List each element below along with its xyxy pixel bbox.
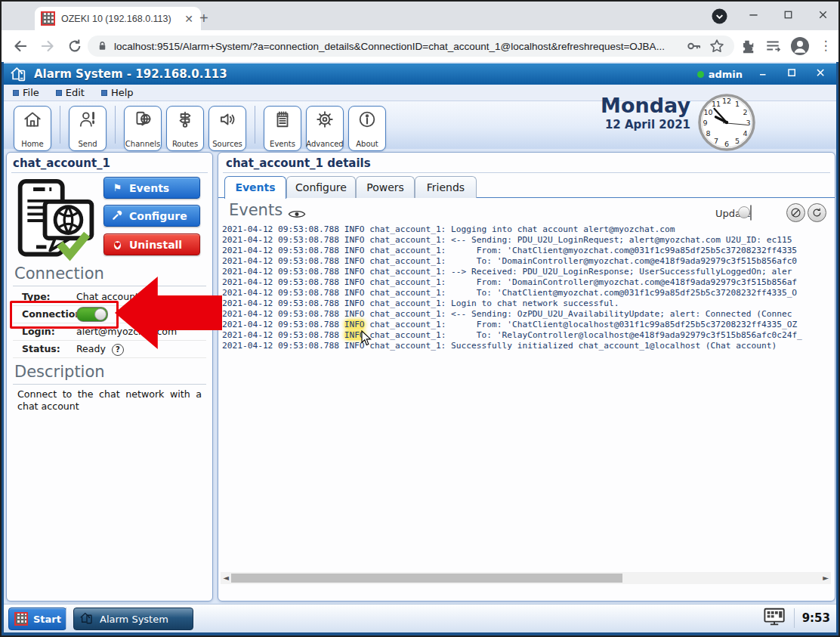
horizontal-scrollbar[interactable]: ◄ ►: [221, 572, 831, 584]
svg-text:6: 6: [724, 140, 729, 148]
browser-tab[interactable]: OZEKI 10 (192.168.0.113) ✕: [35, 7, 201, 30]
extensions-puzzle-icon[interactable]: [739, 38, 755, 54]
key-icon[interactable]: [686, 38, 703, 54]
date-label: 12 April 2021: [539, 118, 690, 131]
taskbar-item-alarm-system[interactable]: Alarm System: [73, 608, 193, 630]
toolbar-button-send[interactable]: Send: [69, 106, 107, 151]
toolbar-button-about[interactable]: About: [348, 106, 386, 151]
tab-configure[interactable]: Configure: [286, 176, 356, 198]
bookmark-star-icon[interactable]: [709, 38, 725, 54]
logged-in-user: admin: [709, 69, 743, 80]
tab-search-icon[interactable]: [710, 8, 728, 27]
app-close-button[interactable]: [812, 67, 829, 81]
uninstall-button[interactable]: ♥Uninstall: [103, 233, 200, 255]
tab-powers[interactable]: Powers: [356, 176, 415, 198]
svg-text:8: 8: [706, 129, 710, 138]
home-icon: [23, 110, 42, 129]
log-line: 2021-04-12 09:53:08.788 INFO chat_accoun…: [222, 277, 831, 288]
button-label: Configure: [129, 210, 187, 222]
ozeki-favicon-icon: [41, 11, 55, 26]
connection-sidebar-panel: chat_account_1 ⚑EventsConfigure♥Uninstal…: [6, 152, 213, 601]
wrench-icon: [112, 209, 123, 223]
events-icon: [273, 110, 292, 129]
toolbar-separator: [255, 106, 255, 144]
menu-item-edit[interactable]: Edit: [56, 87, 85, 98]
toolbar-button-label: Sources: [212, 140, 242, 148]
start-button[interactable]: Start: [8, 608, 66, 630]
forward-icon[interactable]: [39, 38, 56, 54]
alarm-system-task-icon: [79, 611, 94, 627]
configure-button[interactable]: Configure: [103, 205, 200, 227]
events-button[interactable]: ⚑Events: [103, 177, 200, 199]
menu-item-file[interactable]: File: [13, 87, 39, 98]
reading-list-icon[interactable]: [764, 38, 781, 54]
mouse-cursor: [361, 330, 372, 346]
window-border-left: [2, 62, 4, 635]
row-value: Ready?: [76, 343, 124, 356]
app-title-bar: Alarm System - 192.168.0.113 admin: [4, 63, 836, 85]
scroll-left-icon[interactable]: ◄: [221, 572, 231, 584]
log-line: 2021-04-12 09:53:08.788 INFO chat_accoun…: [222, 267, 831, 277]
advanced-icon: [315, 110, 335, 129]
back-icon[interactable]: [12, 38, 29, 54]
annotation-red-rectangle: [10, 301, 119, 329]
description-heading: Description: [14, 363, 105, 381]
scroll-right-icon[interactable]: ►: [820, 572, 831, 584]
svg-text:10: 10: [703, 108, 712, 116]
toolbar-button-advanced[interactable]: Advanced: [306, 106, 344, 151]
toolbar-button-label: Events: [270, 140, 295, 148]
sidebar-title: chat_account_1: [13, 156, 110, 170]
svg-text:9: 9: [703, 119, 707, 127]
browser-minimize-button[interactable]: [742, 8, 764, 24]
eye-icon[interactable]: [288, 208, 306, 218]
toolbar-button-home[interactable]: Home: [14, 106, 51, 151]
sources-icon: [218, 110, 237, 129]
menu-item-help[interactable]: Help: [101, 87, 134, 98]
row-label: Status:: [22, 343, 60, 354]
tab-title: OZEKI 10 (192.168.0.113): [61, 14, 177, 24]
url-text: localhost:9515/Alarm+System/?a=connectio…: [114, 41, 680, 52]
broken-heart-icon: ♥: [112, 239, 123, 251]
browser-close-button[interactable]: [811, 8, 834, 24]
browser-maximize-button[interactable]: [777, 8, 799, 24]
screen: OZEKI 10 (192.168.0.113) ✕ + localhost:9…: [0, 0, 840, 637]
alarm-system-logo-icon: [10, 66, 28, 82]
svg-text:5: 5: [735, 137, 740, 145]
event-log: 2021-04-12 09:53:08.788 INFO chat_accoun…: [222, 224, 831, 572]
toolbar-separator: [60, 106, 60, 144]
browser-menu-dots-icon[interactable]: ⋮: [817, 38, 834, 54]
new-tab-button[interactable]: +: [199, 9, 208, 27]
app-minimize-button[interactable]: [755, 67, 771, 81]
details-title: chat_account_1 details: [226, 156, 371, 170]
scrollbar-thumb[interactable]: [231, 574, 622, 583]
tab-events[interactable]: Events: [224, 176, 286, 199]
toolbar-button-sources[interactable]: Sources: [208, 106, 246, 151]
help-icon[interactable]: ?: [112, 344, 124, 356]
start-label: Start: [33, 614, 61, 625]
tab-friends[interactable]: Friends: [415, 176, 477, 198]
desktop-monitor-icon[interactable]: [764, 608, 786, 629]
update-toggle[interactable]: [750, 206, 752, 220]
details-panel: chat_account_1 details EventsConfigurePo…: [218, 152, 835, 601]
svg-text:11: 11: [712, 100, 721, 108]
profile-avatar[interactable]: [790, 36, 810, 56]
toolbar-button-label: About: [356, 140, 378, 148]
svg-text:1: 1: [735, 100, 740, 108]
reload-icon[interactable]: [66, 38, 83, 54]
connection-heading: Connection: [14, 264, 104, 283]
clear-log-button[interactable]: [786, 203, 805, 222]
window-border-right: [836, 62, 838, 635]
lock-icon[interactable]: [97, 40, 108, 52]
refresh-button[interactable]: [808, 203, 826, 222]
user-indicator: admin: [697, 69, 743, 80]
tab-close-icon[interactable]: ✕: [183, 13, 195, 25]
menu-item-label: Help: [111, 87, 134, 98]
toolbar-button-events[interactable]: Events: [264, 106, 301, 151]
svg-text:4: 4: [743, 129, 747, 138]
toolbar-button-routes[interactable]: Routes: [166, 106, 204, 151]
svg-text:3: 3: [746, 119, 750, 127]
address-bar[interactable]: localhost:9515/Alarm+System/?a=connectio…: [88, 36, 734, 57]
taskbar-separator: [66, 608, 66, 629]
toolbar-button-channels[interactable]: Channels: [124, 106, 162, 151]
app-maximize-button[interactable]: [783, 67, 800, 81]
